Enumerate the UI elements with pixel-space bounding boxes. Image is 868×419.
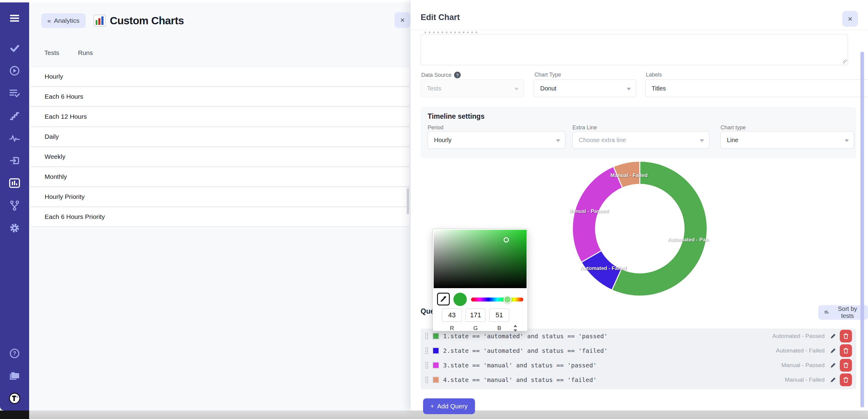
- drag-handle-icon[interactable]: [425, 376, 429, 384]
- delete-query-button[interactable]: [840, 344, 852, 357]
- steps-icon[interactable]: [8, 109, 21, 122]
- page-title: Custom Charts: [110, 14, 184, 27]
- bar-chart-icon: [93, 14, 105, 27]
- query-label: Automated - Passed: [772, 333, 825, 339]
- saturation-handle[interactable]: [503, 237, 509, 243]
- chart-description-textarea[interactable]: [421, 34, 848, 65]
- play-circle-icon[interactable]: [8, 64, 21, 78]
- chevron-down-icon: [700, 139, 704, 142]
- eyedropper-icon: [440, 296, 447, 302]
- red-input[interactable]: [442, 308, 462, 322]
- chevrons-left-icon: «: [48, 17, 51, 24]
- query-row: 3.state == 'manual' and status == 'passe…: [425, 358, 852, 372]
- pulse-icon[interactable]: [8, 131, 21, 145]
- delete-query-button[interactable]: [840, 330, 852, 342]
- chart-list-item[interactable]: Each 6 Hours: [29, 87, 410, 106]
- charts-header: « Analytics Custom Charts: [41, 13, 184, 28]
- eyedropper-button[interactable]: [437, 293, 450, 305]
- help-icon[interactable]: ?: [8, 347, 21, 360]
- charts-scrollbar-thumb[interactable]: [407, 188, 409, 214]
- gear-icon[interactable]: [8, 221, 21, 235]
- query-row: 4.state == 'manual' and status == 'faile…: [425, 372, 852, 387]
- chart-list-item[interactable]: Hourly: [29, 67, 410, 86]
- green-input[interactable]: [466, 308, 486, 322]
- edit-chart-panel: Edit Chart × Data Source ? Chart Type La…: [410, 0, 868, 411]
- clipped-field-label: [425, 32, 479, 33]
- chart-list-item[interactable]: Weekly: [29, 147, 410, 167]
- blue-input[interactable]: [489, 308, 509, 322]
- edit-chart-close-button[interactable]: ×: [842, 11, 858, 27]
- edit-query-icon[interactable]: [830, 348, 836, 354]
- labels-label: Labels: [646, 72, 662, 78]
- edit-query-icon[interactable]: [830, 377, 836, 383]
- delete-query-button[interactable]: [840, 373, 852, 386]
- edit-chart-title: Edit Chart: [421, 13, 460, 22]
- trash-icon: [843, 333, 848, 339]
- query-color-swatch[interactable]: [432, 347, 439, 354]
- donut-segment[interactable]: [572, 167, 622, 262]
- query-label: Manual - Failed: [785, 377, 825, 383]
- chart-list-item[interactable]: Monthly: [29, 167, 410, 186]
- sidebar: ?: [0, 2, 29, 411]
- query-row: 2.state == 'automated' and status == 'fa…: [425, 343, 852, 358]
- check-icon[interactable]: [8, 41, 21, 55]
- extra-line-select[interactable]: Choose extra line: [572, 131, 709, 149]
- drag-handle-icon[interactable]: [425, 347, 429, 354]
- chart-list-item[interactable]: Each 12 Hours: [29, 107, 410, 126]
- chart-list-item[interactable]: Hourly Priority: [29, 187, 410, 206]
- green-label: G: [466, 325, 486, 332]
- import-icon[interactable]: [8, 154, 21, 167]
- help-badge-icon[interactable]: ?: [454, 72, 461, 78]
- back-button-label: Analytics: [54, 17, 80, 24]
- analytics-bars-icon[interactable]: [8, 176, 21, 190]
- back-to-analytics-button[interactable]: « Analytics: [41, 13, 86, 28]
- query-index: 4.: [443, 376, 451, 384]
- query-color-swatch[interactable]: [432, 332, 439, 340]
- timeline-chart-type-select[interactable]: Line: [720, 131, 854, 149]
- donut-segment-label: Automated - Failed: [580, 265, 627, 271]
- close-icon: ×: [848, 14, 852, 23]
- query-label: Automated - Failed: [776, 347, 825, 354]
- logo-t-icon[interactable]: [8, 392, 21, 405]
- data-source-label: Data Source ?: [421, 72, 461, 78]
- chart-list-item[interactable]: Daily: [29, 127, 410, 146]
- data-source-select[interactable]: Tests: [421, 80, 524, 97]
- period-select[interactable]: Hourly: [428, 131, 565, 149]
- edit-query-icon[interactable]: [830, 333, 836, 339]
- extra-line-label: Extra Line: [572, 124, 597, 131]
- hue-slider-handle[interactable]: [503, 295, 512, 304]
- query-text: state == 'manual' and status == 'failed': [451, 376, 597, 384]
- labels-select[interactable]: Titles: [645, 80, 868, 97]
- timeline-settings-title: Timeline settings: [428, 112, 485, 121]
- timeline-chart-type-label: Chart type: [720, 124, 746, 131]
- delete-query-button[interactable]: [840, 359, 852, 371]
- chart-type-label: Chart Type: [534, 72, 561, 78]
- blue-label: B: [489, 325, 509, 332]
- chart-type-select[interactable]: Donut: [534, 80, 636, 97]
- sidebar-bottom: ?: [8, 347, 21, 405]
- saturation-area[interactable]: [434, 230, 527, 288]
- folders-icon[interactable]: [8, 369, 21, 383]
- format-toggle-icon[interactable]: [512, 324, 518, 332]
- trash-icon: [843, 348, 848, 354]
- charts-tabs: Tests Runs: [44, 48, 93, 58]
- drag-handle-icon[interactable]: [425, 332, 429, 340]
- branch-icon[interactable]: [8, 199, 21, 212]
- list-check-icon[interactable]: [8, 87, 21, 100]
- query-color-swatch[interactable]: [432, 376, 439, 384]
- add-query-button[interactable]: + Add Query: [423, 398, 475, 414]
- hamburger-icon[interactable]: [8, 11, 21, 25]
- current-color-swatch: [454, 293, 467, 306]
- query-color-swatch[interactable]: [432, 362, 439, 369]
- charts-close-button[interactable]: ×: [395, 12, 410, 28]
- chevron-down-icon: [627, 88, 631, 90]
- query-text: state == 'automated' and status == 'pass…: [451, 332, 608, 340]
- chart-list-item[interactable]: Each 6 Hours Priority: [29, 207, 410, 227]
- hue-slider[interactable]: [471, 298, 523, 301]
- tab-tests[interactable]: Tests: [44, 48, 60, 58]
- edit-panel-scrollbar-thumb[interactable]: [860, 52, 864, 408]
- donut-segment-label: Manual - Failed: [610, 173, 648, 178]
- edit-query-icon[interactable]: [830, 362, 836, 368]
- drag-handle-icon[interactable]: [425, 362, 429, 369]
- tab-runs[interactable]: Runs: [78, 48, 93, 58]
